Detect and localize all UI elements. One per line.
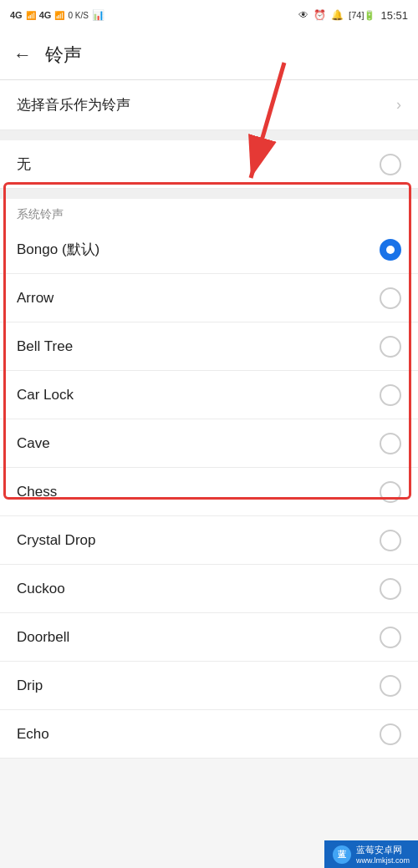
watermark-site: www.lmkjst.com bbox=[356, 856, 410, 865]
content-area: 选择音乐作为铃声 › 无 系统铃声 Bongo (默认) Arrow Bell … bbox=[0, 80, 418, 759]
none-radio[interactable] bbox=[380, 154, 401, 175]
status-bar: 4G 📶 4G 📶 0 K/S 📊 👁 ⏰ 🔔 [74]🔋 15:51 bbox=[0, 0, 418, 30]
doorbell-item[interactable]: Doorbell bbox=[0, 613, 418, 662]
network-type-1: 4G bbox=[10, 10, 23, 20]
network-type-2: 4G bbox=[39, 10, 52, 20]
cuckoo-item[interactable]: Cuckoo bbox=[0, 565, 418, 613]
chess-item[interactable]: Chess bbox=[0, 468, 418, 516]
arrow-radio[interactable] bbox=[380, 287, 401, 309]
bell-tree-label: Bell Tree bbox=[17, 338, 73, 355]
battery-indicator: [74]🔋 bbox=[349, 10, 375, 21]
bell-tree-item[interactable]: Bell Tree bbox=[0, 322, 418, 371]
back-button[interactable]: ← bbox=[13, 44, 32, 66]
divider-gap-1 bbox=[0, 130, 418, 140]
chevron-right-icon: › bbox=[396, 96, 401, 114]
watermark-brand: 蓝莓安卓网 bbox=[356, 844, 410, 856]
status-left: 4G 📶 4G 📶 0 K/S 📊 bbox=[10, 9, 104, 21]
bell-icon: 🔔 bbox=[331, 9, 344, 21]
crystal-drop-radio[interactable] bbox=[380, 530, 401, 551]
none-item[interactable]: 无 bbox=[0, 140, 418, 189]
bell-tree-radio[interactable] bbox=[380, 336, 401, 358]
car-lock-label: Car Lock bbox=[17, 387, 74, 404]
select-music-label: 选择音乐作为铃声 bbox=[17, 95, 130, 114]
activity-icon: 📊 bbox=[92, 9, 104, 21]
cuckoo-label: Cuckoo bbox=[17, 581, 65, 597]
cave-radio[interactable] bbox=[380, 433, 401, 454]
system-ringtone-header: 系统铃声 bbox=[0, 199, 418, 226]
data-speed: 0 K/S bbox=[68, 11, 88, 20]
crystal-drop-item[interactable]: Crystal Drop bbox=[0, 516, 418, 565]
divider-gap-2 bbox=[0, 189, 418, 199]
car-lock-radio[interactable] bbox=[380, 384, 401, 406]
app-bar: ← 铃声 bbox=[0, 30, 418, 80]
bongo-label: Bongo (默认) bbox=[17, 240, 99, 259]
alarm-icon: ⏰ bbox=[314, 9, 326, 21]
select-music-item[interactable]: 选择音乐作为铃声 › bbox=[0, 80, 418, 130]
drip-radio[interactable] bbox=[380, 675, 401, 697]
signal-dots: 📶 bbox=[26, 11, 36, 20]
drip-item[interactable]: Drip bbox=[0, 662, 418, 710]
chess-label: Chess bbox=[17, 484, 57, 500]
car-lock-item[interactable]: Car Lock bbox=[0, 371, 418, 419]
none-label: 无 bbox=[17, 155, 31, 174]
cuckoo-radio[interactable] bbox=[380, 578, 401, 600]
doorbell-radio[interactable] bbox=[380, 627, 401, 648]
crystal-drop-label: Crystal Drop bbox=[17, 532, 95, 549]
system-ringtone-section: 系统铃声 Bongo (默认) Arrow Bell Tree Car Lock… bbox=[0, 199, 418, 516]
echo-radio[interactable] bbox=[380, 723, 401, 745]
cave-label: Cave bbox=[17, 435, 50, 452]
signal-dots-2: 📶 bbox=[54, 11, 64, 20]
watermark-text: 蓝莓安卓网 www.lmkjst.com bbox=[356, 844, 410, 865]
chess-radio[interactable] bbox=[380, 481, 401, 503]
watermark-logo: 蓝 bbox=[333, 845, 351, 864]
arrow-item[interactable]: Arrow bbox=[0, 274, 418, 322]
drip-label: Drip bbox=[17, 678, 43, 694]
doorbell-label: Doorbell bbox=[17, 629, 69, 646]
status-right: 👁 ⏰ 🔔 [74]🔋 15:51 bbox=[298, 9, 408, 22]
eye-icon: 👁 bbox=[298, 9, 308, 21]
watermark: 蓝 蓝莓安卓网 www.lmkjst.com bbox=[324, 840, 418, 868]
bongo-radio[interactable] bbox=[380, 239, 401, 261]
echo-item[interactable]: Echo bbox=[0, 710, 418, 759]
cave-item[interactable]: Cave bbox=[0, 419, 418, 468]
bongo-item[interactable]: Bongo (默认) bbox=[0, 226, 418, 274]
echo-label: Echo bbox=[17, 726, 49, 743]
page-title: 铃声 bbox=[45, 43, 82, 68]
time-display: 15:51 bbox=[380, 9, 408, 22]
arrow-label: Arrow bbox=[17, 290, 54, 307]
